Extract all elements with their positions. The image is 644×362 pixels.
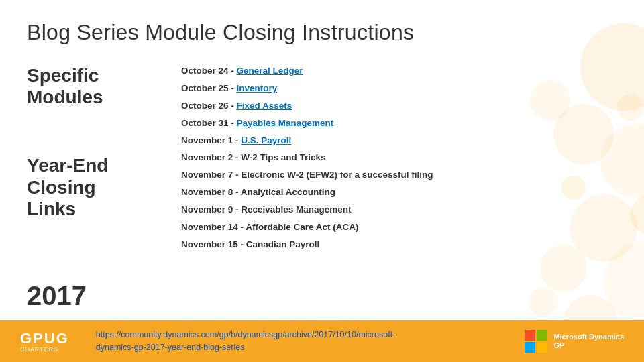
gpug-logo: GPUG CHAPTERS [20, 330, 69, 353]
date-nov1: November 1 - [181, 135, 241, 145]
text-nov9: November 9 - Receivables Management [181, 204, 352, 215]
text-nov15: November 15 - Canadian Payroll [181, 239, 319, 249]
list-item-nov8: November 8 - Analytical Accounting [181, 186, 617, 199]
page-container: Blog Series Module Closing Instructions … [0, 0, 644, 362]
ms-logo-icon [524, 329, 548, 353]
svg-rect-15 [525, 342, 535, 353]
bottom-url: https://community.dynamics.com/gp/b/dyna… [69, 328, 525, 354]
date-oct25: October 25 - [181, 83, 237, 93]
svg-rect-13 [525, 330, 535, 341]
svg-rect-16 [537, 342, 547, 353]
list-item-oct26: October 26 - Fixed Assets [181, 100, 617, 113]
year-heading: 2017 [27, 280, 161, 311]
main-content: Blog Series Module Closing Instructions … [0, 0, 644, 341]
ms-logo-text: Microsoft Dynamics GP [553, 333, 624, 350]
url-text[interactable]: https://community.dynamics.com/gp/b/dyna… [96, 330, 396, 352]
year-end-heading: Year-EndClosingLinks [27, 155, 161, 220]
list-item-nov1: November 1 - U.S. Payroll [181, 135, 617, 147]
link-oct24[interactable]: General Ledger [237, 66, 303, 76]
text-nov7: November 7 - Electronic W-2 (EFW2) for a… [181, 170, 433, 180]
content-grid: SpecificModules Year-EndClosingLinks 201… [27, 65, 617, 327]
list-item-oct24: October 24 - General Ledger [181, 65, 617, 78]
date-oct24: October 24 - [181, 66, 237, 76]
list-item-oct25: October 25 - Inventory [181, 82, 617, 95]
left-column: SpecificModules Year-EndClosingLinks 201… [27, 65, 161, 327]
link-nov1[interactable]: U.S. Payroll [241, 135, 291, 145]
link-oct25[interactable]: Inventory [237, 83, 278, 93]
ms-dynamics-logo: Microsoft Dynamics GP [524, 329, 624, 353]
date-oct31: October 31 - [181, 118, 237, 128]
page-title: Blog Series Module Closing Instructions [27, 20, 617, 45]
list-item-nov2: November 2 - W-2 Tips and Tricks [181, 152, 617, 164]
list-item-nov15: November 15 - Canadian Payroll [181, 239, 617, 251]
list-item-nov7: November 7 - Electronic W-2 (EFW2) for a… [181, 169, 617, 182]
gpug-text: GPUG [20, 330, 69, 347]
specific-modules-heading: SpecificModules [27, 65, 161, 108]
link-oct31[interactable]: Payables Management [237, 118, 334, 128]
date-oct26: October 26 - [181, 101, 237, 111]
list-item-nov14: November 14 - Affordable Care Act (ACA) [181, 221, 617, 234]
list-item-oct31: October 31 - Payables Management [181, 117, 617, 130]
right-column: October 24 - General Ledger October 25 -… [161, 65, 617, 327]
text-nov14: November 14 - Affordable Care Act (ACA) [181, 222, 359, 232]
link-oct26[interactable]: Fixed Assets [237, 101, 292, 111]
text-nov2: November 2 - W-2 Tips and Tricks [181, 152, 326, 162]
bottom-bar: GPUG CHAPTERS https://community.dynamics… [0, 320, 644, 362]
list-item-nov9: November 9 - Receivables Management [181, 204, 617, 217]
svg-rect-14 [537, 330, 547, 341]
text-nov8: November 8 - Analytical Accounting [181, 187, 335, 197]
